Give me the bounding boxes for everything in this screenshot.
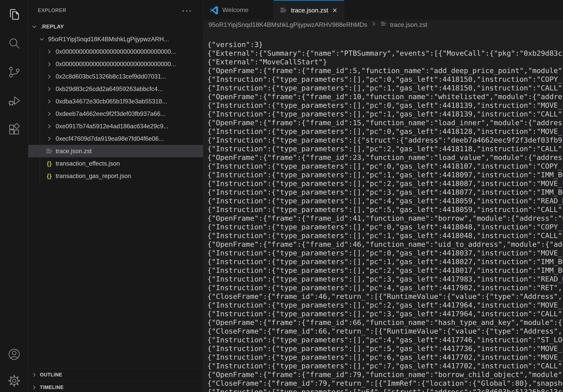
tab-trace-json-zst[interactable]: trace.json.zst × bbox=[274, 0, 344, 20]
tree-item-address-folder[interactable]: 0xecf47609d7da919ea98e7fd04f6e06... bbox=[28, 132, 203, 145]
chevron-down-icon[interactable] bbox=[30, 24, 39, 30]
code-line: {"Instruction":{"type_parameters":[],"pc… bbox=[207, 101, 563, 110]
code-line: {"Instruction":{"type_parameters":[],"pc… bbox=[207, 170, 563, 179]
tree-item-label: 0xb29d83c26cdd2a64959263abbcfc4... bbox=[56, 85, 163, 92]
code-line: {"Instruction":{"type_parameters":[],"pc… bbox=[207, 249, 563, 257]
tree-item-label: transaction_gas_report.json bbox=[56, 172, 131, 180]
code-line: {"OpenFrame":{"frame":{"frame_id":10,"fu… bbox=[207, 92, 563, 101]
code-line: {"CloseFrame":{"frame_id":79,"return_":[… bbox=[207, 379, 563, 388]
file-lines-icon bbox=[45, 147, 54, 155]
code-line: {"Instruction":{"type_parameters":[],"pc… bbox=[207, 75, 563, 84]
tree-item-label: 0xdba34672e30cb065b1f93e3ab55318... bbox=[56, 98, 167, 105]
tree-item-trace-file[interactable]: trace.json.zst bbox=[28, 145, 203, 157]
run-debug-icon[interactable] bbox=[0, 86, 28, 115]
tree-item-label: 95oR1YipjSnqd18K4BMshkLgPijypwzARH... bbox=[48, 36, 169, 43]
code-line: {"Instruction":{"type_parameters":[],"pc… bbox=[207, 223, 563, 231]
code-line: {"Instruction":{"type_parameters":[],"pc… bbox=[207, 266, 563, 275]
tree-item-label: transaction_effects.json bbox=[56, 160, 120, 167]
code-line: {"Instruction":{"type_parameters":[],"pc… bbox=[207, 162, 563, 170]
tree-item-label: 0x00000000000000000000000000000000... bbox=[56, 48, 176, 55]
settings-gear-icon[interactable] bbox=[0, 366, 28, 392]
chevron-right-icon[interactable] bbox=[45, 111, 54, 117]
sidebar-section-timeline[interactable]: TIMELINE bbox=[28, 381, 203, 392]
json-braces-icon: {} bbox=[45, 173, 54, 179]
code-line: {"Instruction":{"type_parameters":[],"pc… bbox=[207, 336, 563, 344]
chevron-right-icon[interactable] bbox=[45, 98, 54, 105]
file-lines-icon bbox=[280, 6, 287, 14]
section-label: TIMELINE bbox=[40, 384, 64, 390]
tree-item-replay-id-folder[interactable]: 95oR1YipjSnqd18K4BMshkLgPijypwzARH... bbox=[28, 33, 203, 45]
code-line: {"Instruction":{"type_parameters":[],"pc… bbox=[207, 196, 563, 205]
file-tree: .REPLAY 95oR1YipjSnqd18K4BMshkLgPijypwzA… bbox=[28, 21, 203, 182]
chevron-down-icon[interactable] bbox=[38, 36, 46, 43]
code-line: {"OpenFrame":{"frame":{"frame_id":5,"fun… bbox=[207, 66, 563, 75]
code-line: {"Instruction":{"type_parameters":[],"pc… bbox=[207, 127, 563, 136]
tree-item-replay-root[interactable]: .REPLAY bbox=[28, 21, 203, 33]
tree-item-address-folder[interactable]: 0xb29d83c26cdd2a64959263abbcfc4... bbox=[28, 83, 203, 95]
chevron-right-icon bbox=[371, 21, 377, 29]
chevron-right-icon[interactable] bbox=[45, 135, 54, 142]
tree-item-address-folder[interactable]: 0x2c8d603bc51326b8c13cef9dd07031... bbox=[28, 70, 203, 83]
code-line: {"Instruction":{"type_parameters":[],"pc… bbox=[207, 205, 563, 214]
code-line: {"OpenFrame":{"frame":{"frame_id":41,"fu… bbox=[207, 214, 563, 223]
code-line: {"Instruction":{"type_parameters":[],"pc… bbox=[207, 362, 563, 370]
code-line: {"Instruction":{"type_parameters":[{"str… bbox=[207, 136, 563, 144]
code-line: {"Instruction":{"type_parameters":[],"pc… bbox=[207, 179, 563, 188]
section-label: OUTLINE bbox=[40, 372, 62, 378]
activity-bar bbox=[0, 0, 28, 392]
tree-item-label: 0xdeeb7a4662eec9f2f3def03fb937a66... bbox=[56, 110, 166, 118]
tree-item-address-folder[interactable]: 0xdeeb7a4662eec9f2f3def03fb937a66... bbox=[28, 108, 203, 120]
vscode-window: EXPLORER ··· .REPLAY 95oR1YipjSnqd18K4BM… bbox=[0, 0, 563, 392]
breadcrumb-file[interactable]: trace.json.zst bbox=[390, 21, 427, 28]
tree-item-effects-file[interactable]: {} transaction_effects.json bbox=[28, 157, 203, 170]
explorer-header: EXPLORER ··· bbox=[28, 0, 203, 21]
tree-item-address-folder[interactable]: 0x00000000000000000000000000000000... bbox=[28, 45, 203, 58]
tab-label: trace.json.zst bbox=[291, 7, 328, 14]
account-icon[interactable] bbox=[0, 340, 28, 369]
code-line: {"version":3} bbox=[207, 40, 563, 49]
tab-welcome[interactable]: Welcome bbox=[203, 0, 274, 20]
tree-item-label: 0xecf47609d7da919ea98e7fd04f6e06... bbox=[56, 135, 164, 142]
files-icon[interactable] bbox=[0, 0, 28, 29]
chevron-right-icon[interactable] bbox=[45, 61, 54, 67]
breadcrumb-folder[interactable]: 95oR1YipjSnqd18K4BMshkLgPijypwzARHV988eR… bbox=[208, 21, 367, 28]
code-line: {"External":"MoveCallStart"} bbox=[207, 58, 563, 66]
tree-item-label: 0x00000000000000000000000000000000... bbox=[56, 61, 176, 68]
code-line: {"OpenFrame":{"frame":{"frame_id":23,"fu… bbox=[207, 153, 563, 162]
chevron-right-icon[interactable] bbox=[45, 123, 54, 130]
trace-file-content[interactable]: {"version":3} {"External":{"Summary":{"n… bbox=[203, 30, 563, 392]
tree-item-label: 0x2c8d603bc51326b8c13cef9dd07031... bbox=[56, 73, 166, 80]
code-line: {"OpenFrame":{"frame":{"frame_id":79,"fu… bbox=[207, 370, 563, 379]
close-icon[interactable]: × bbox=[333, 6, 337, 14]
code-line: {"Instruction":{"type_parameters":[],"pc… bbox=[207, 110, 563, 118]
tab-bar: Welcome trace.json.zst × bbox=[203, 0, 563, 20]
code-line: {"OpenFrame":{"frame":{"frame_id":15,"fu… bbox=[207, 118, 563, 127]
code-line: {"Instruction":{"type_parameters":[],"pc… bbox=[207, 301, 563, 310]
file-lines-icon bbox=[380, 21, 387, 29]
code-line: {"CloseFrame":{"frame_id":66,"return_":[… bbox=[207, 327, 563, 336]
chevron-right-icon[interactable] bbox=[45, 48, 54, 55]
tree-item-address-folder[interactable]: 0xdba34672e30cb065b1f93e3ab55318... bbox=[28, 95, 203, 108]
sidebar-section-outline[interactable]: OUTLINE bbox=[28, 368, 203, 381]
tab-label: Welcome bbox=[222, 6, 249, 14]
code-line: {"Instruction":{"type_parameters":[],"pc… bbox=[207, 231, 563, 240]
chevron-right-icon[interactable] bbox=[45, 73, 54, 80]
code-line: {"Instruction":{"type_parameters":[],"pc… bbox=[207, 188, 563, 196]
chevron-right-icon[interactable] bbox=[45, 86, 54, 92]
chevron-right-icon[interactable] bbox=[30, 372, 39, 378]
code-line: {"Instruction":{"type_parameters":[],"pc… bbox=[207, 283, 563, 292]
tree-item-address-folder[interactable]: 0xe0917b74a5912e4ad186ac634e29c9... bbox=[28, 120, 203, 132]
code-line: {"Instruction":{"type_parameters":[],"pc… bbox=[207, 353, 563, 362]
chevron-right-icon[interactable] bbox=[30, 384, 39, 391]
code-line: {"CloseFrame":{"frame_id":46,"return_":[… bbox=[207, 292, 563, 301]
explorer-title: EXPLORER bbox=[38, 8, 182, 13]
more-actions-icon[interactable]: ··· bbox=[182, 8, 192, 12]
explorer-sidebar: EXPLORER ··· .REPLAY 95oR1YipjSnqd18K4BM… bbox=[28, 0, 203, 392]
tree-item-address-folder[interactable]: 0x00000000000000000000000000000000... bbox=[28, 58, 203, 70]
tree-item-gas-report-file[interactable]: {} transaction_gas_report.json bbox=[28, 170, 203, 182]
tree-item-label: trace.json.zst bbox=[56, 148, 92, 155]
search-icon[interactable] bbox=[0, 29, 28, 58]
extensions-icon[interactable] bbox=[0, 115, 28, 144]
breadcrumb: 95oR1YipjSnqd18K4BMshkLgPijypwzARHV988eR… bbox=[203, 20, 563, 30]
source-control-icon[interactable] bbox=[0, 58, 28, 86]
